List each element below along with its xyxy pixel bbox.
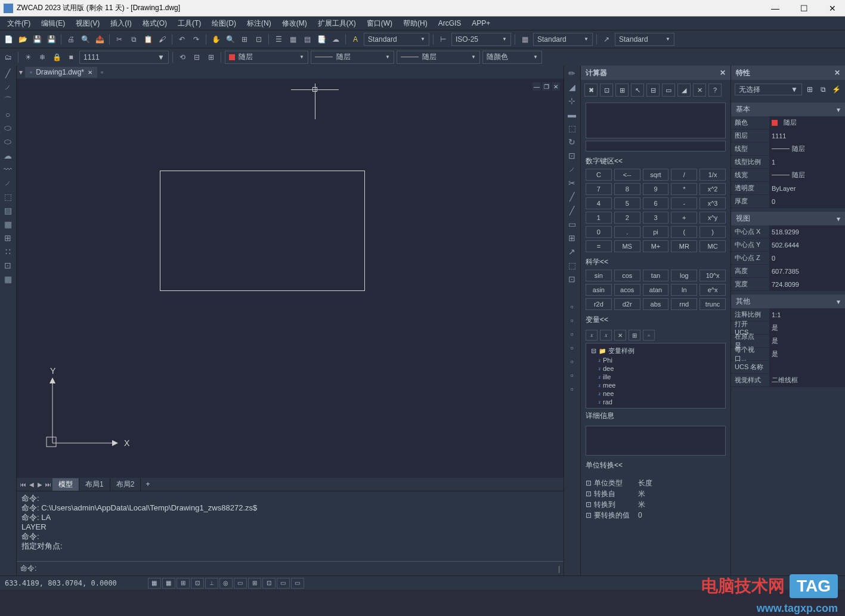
maximize-button[interactable]: ☐ (795, 4, 813, 13)
modify-tool-icon[interactable]: ↻ (565, 135, 578, 148)
var-tool-icon[interactable]: 𝑥 (600, 330, 612, 340)
draw-tool-icon[interactable]: ⬭ (1, 135, 14, 148)
document-tab[interactable]: ▫ Drawing1.dwg* ✕ (25, 67, 97, 78)
prop-value[interactable]: 随层 (769, 143, 845, 155)
calc-key[interactable]: 8 (614, 183, 640, 195)
tab-first-icon[interactable]: ⏮ (19, 481, 27, 488)
draw-tool-icon[interactable]: ○ (1, 108, 14, 120)
selection-dropdown[interactable]: 无选择▼ (735, 83, 802, 95)
modify-tool-icon[interactable]: ✂ (565, 177, 578, 189)
modify-tool-icon[interactable]: ╱ (565, 204, 578, 216)
calc-key[interactable]: ( (671, 226, 697, 238)
calc-sci-key[interactable]: trunc (699, 298, 726, 310)
drawing-canvas[interactable]: — ❐ ✕ XY (17, 79, 564, 478)
doc-restore-icon[interactable]: ❐ (542, 82, 550, 91)
layer-freeze-icon[interactable]: ❄ (36, 51, 48, 63)
menu-item[interactable]: ArcGIS (434, 18, 466, 29)
plot-icon[interactable]: 🖨 (65, 33, 77, 45)
status-toggle[interactable]: ⊞ (177, 578, 190, 589)
unit-header[interactable]: 单位转换<< (586, 460, 726, 470)
flash-icon[interactable]: ⚡ (831, 84, 841, 95)
prop-value[interactable]: 是 (769, 335, 845, 347)
draw-tool-icon[interactable]: ⬚ (1, 190, 14, 203)
calc-key[interactable]: 9 (643, 183, 669, 195)
layer-color-icon[interactable]: ■ (65, 51, 77, 63)
draw-tool-icon[interactable]: ∷ (1, 245, 14, 258)
draw-tool-icon[interactable]: ▦ (1, 218, 14, 230)
layer-states-icon[interactable]: ☀ (22, 51, 34, 63)
calc-sci-key[interactable]: cos (614, 270, 640, 281)
calc-key[interactable]: 1/x (699, 169, 726, 181)
prop-value[interactable]: 607.7385 (769, 265, 845, 277)
calc-key[interactable]: x^2 (699, 183, 726, 195)
layer-match-icon[interactable]: ⊞ (205, 51, 217, 63)
prop-value[interactable]: 518.9299 (769, 225, 845, 238)
modify-tool-icon[interactable]: ⊹ (565, 94, 578, 107)
prop-value[interactable]: 1111 (769, 129, 845, 142)
calc-key[interactable]: pi (643, 226, 669, 238)
cut-icon[interactable]: ✂ (113, 33, 125, 45)
draw-tool-icon[interactable]: ⊡ (1, 259, 14, 271)
status-toggle[interactable]: ▭ (234, 578, 247, 589)
draw-tool-icon[interactable]: ╱ (1, 67, 14, 79)
prop-value[interactable]: 二维线框 (769, 374, 845, 386)
layer-lock-icon[interactable]: 🔒 (51, 51, 63, 63)
tab-next-icon[interactable]: ▶ (36, 481, 44, 488)
calc-key[interactable]: = (586, 240, 612, 252)
prop-value[interactable] (769, 361, 845, 373)
mleaderstyle-dropdown[interactable]: Standard▼ (615, 33, 674, 46)
calc-sci-key[interactable]: e^x (699, 284, 726, 296)
status-toggle[interactable]: ◎ (219, 578, 233, 589)
variable-tree[interactable]: ⊟📁变量样例 𝑥Phi𝑥dee𝑥ille𝑥mee𝑥nee𝑥rad (586, 343, 726, 408)
menu-item[interactable]: 标注(N) (242, 17, 276, 30)
calc-sci-key[interactable]: log (671, 270, 697, 281)
prop-value[interactable]: ByLayer (769, 182, 845, 194)
draw-tool-icon[interactable]: ⊞ (1, 231, 14, 244)
prop-value[interactable]: 随层 (769, 169, 845, 181)
calc-key[interactable]: x^3 (699, 197, 726, 209)
modify-tool-icon[interactable]: ▫ (565, 314, 578, 326)
draw-tool-icon[interactable]: ⟋ (1, 81, 14, 93)
redo-icon[interactable]: ↷ (190, 33, 202, 45)
menu-item[interactable]: 插入(I) (106, 17, 136, 30)
modify-tool-icon[interactable]: ▫ (565, 355, 578, 367)
preview-icon[interactable]: 🔍 (79, 33, 91, 45)
calc-key[interactable]: C (586, 169, 612, 181)
prop-value[interactable]: 0 (769, 252, 845, 264)
save-icon[interactable]: 💾 (31, 33, 43, 45)
new-icon[interactable]: 📄 (2, 33, 14, 45)
var-tool-icon[interactable]: 𝑥 (586, 330, 598, 340)
menu-item[interactable]: 修改(M) (277, 17, 312, 30)
tablestyle-dropdown[interactable]: Standard▼ (533, 33, 593, 46)
calc-sci-key[interactable]: r2d (586, 298, 612, 310)
designcenter-icon[interactable]: ▦ (287, 33, 299, 45)
tab-prev-icon[interactable]: ◀ (27, 481, 36, 488)
zoomext-icon[interactable]: ⊡ (253, 33, 265, 45)
calc-key[interactable]: MS (614, 240, 640, 252)
undo-icon[interactable]: ↶ (176, 33, 188, 45)
calc-key[interactable]: ) (699, 226, 726, 238)
open-icon[interactable]: 📂 (17, 33, 29, 45)
modify-tool-icon[interactable]: ⟋ (565, 163, 578, 175)
tab-layout1[interactable]: 布局1 (79, 478, 110, 491)
calc-sci-key[interactable]: rnd (671, 298, 697, 310)
props-close-icon[interactable]: ✕ (834, 69, 840, 77)
calc-key[interactable]: MR (671, 240, 697, 252)
calc-key[interactable]: 2 (614, 212, 640, 224)
draw-tool-icon[interactable]: 〰 (1, 163, 14, 175)
tablestyle-icon[interactable]: ▦ (519, 33, 531, 45)
menu-item[interactable]: 帮助(H) (398, 17, 432, 30)
command-input[interactable] (36, 564, 558, 573)
calc-sci-key[interactable]: d2r (614, 298, 640, 310)
linetype-dropdown[interactable]: 随层▼ (311, 51, 394, 64)
var-tool-icon[interactable]: ⊞ (629, 330, 640, 340)
menu-item[interactable]: APP+ (467, 18, 495, 29)
menu-item[interactable]: 编辑(E) (36, 17, 70, 30)
modify-tool-icon[interactable]: ⬚ (565, 259, 578, 271)
prop-value[interactable]: 724.8099 (769, 278, 845, 290)
sci-header[interactable]: 科学<< (586, 257, 726, 267)
draw-tool-icon[interactable]: ⟋ (1, 177, 14, 189)
modify-tool-icon[interactable]: ▫ (565, 382, 578, 395)
menu-item[interactable]: 视图(V) (71, 17, 104, 30)
minimize-button[interactable]: — (766, 4, 784, 13)
